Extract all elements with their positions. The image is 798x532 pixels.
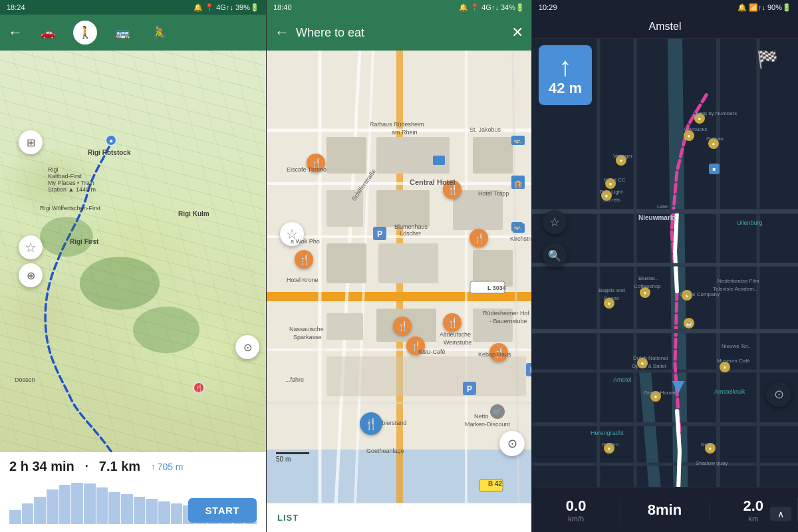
nav-street-name: Amstel (649, 21, 682, 33)
poi3-2[interactable]: ● (684, 130, 694, 141)
svg-rect-15 (473, 309, 513, 342)
food-poi-8[interactable]: 🍴 (295, 250, 313, 269)
nav-car-icon[interactable]: 🚗 (36, 21, 60, 45)
elev-bar-11 (134, 497, 146, 524)
speed-value: 0.0 (566, 497, 587, 515)
poi3-5[interactable]: ● (708, 138, 719, 149)
search-text[interactable]: Where to eat (296, 26, 505, 40)
time-3: 10:29 (539, 3, 557, 11)
food-poi-5[interactable]: 🍴 (443, 313, 462, 332)
poi3-14[interactable]: ● (705, 443, 716, 454)
svg-text:P: P (377, 229, 382, 239)
svg-rect-8 (376, 190, 430, 227)
poi3-8[interactable]: ● (682, 290, 692, 301)
svg-rect-4 (327, 137, 366, 174)
large-food-poi[interactable]: 🍴 (360, 412, 382, 435)
route-time: 2 h 34 min (9, 459, 74, 474)
elev-bar-9 (108, 492, 120, 524)
route-separator: · (85, 460, 88, 473)
back-button-1[interactable]: ← (8, 24, 23, 41)
nav-bike-icon[interactable]: 🚴 (148, 21, 172, 45)
svg-text:B 42: B 42 (488, 480, 503, 487)
food-poi-6[interactable]: 🍴 (406, 336, 425, 355)
hotel-icon-1: 🏨 (511, 179, 525, 189)
food-poi-1[interactable]: 🍴 (307, 154, 325, 172)
top-nav-1: ← 🚗 🚶 🚌 🚴 (0, 15, 266, 51)
poi3-12[interactable]: ● (650, 391, 661, 402)
start-button[interactable]: START (188, 498, 257, 523)
elev-bar-14 (171, 503, 183, 524)
eta-value: 8min (648, 501, 682, 519)
scale-label-2: 50 m (276, 456, 291, 463)
elev-bar-5 (59, 485, 71, 524)
expand-button[interactable]: ∧ (770, 507, 791, 521)
svg-text:L 3034: L 3034 (487, 285, 506, 291)
layers-button-1[interactable]: ⊞ (19, 130, 43, 154)
search-bar: ← Where to eat ✕ (267, 15, 531, 51)
map-2[interactable]: P P P L 3034 B 42 🍴 🍴 🍴 🍴 🍴 🍴 🍴 🍴 (267, 51, 531, 503)
nav-up-arrow-icon: ↑ (559, 53, 572, 80)
close-button-2[interactable]: ✕ (511, 24, 523, 41)
poi3-11[interactable]: ● (720, 362, 730, 372)
transit-icon-3: 🚌 (511, 222, 523, 231)
svg-rect-13 (327, 313, 363, 340)
elev-bar-10 (121, 494, 133, 524)
locate-button-2[interactable]: ⊙ (499, 431, 525, 456)
svg-rect-9 (453, 190, 503, 230)
poi3-blue-1[interactable]: ■ (709, 164, 720, 174)
distance-label: km (748, 515, 758, 523)
poi3-10[interactable]: ● (637, 358, 648, 368)
status-icons-2: 🔔 📍 4G↑↓ 34%🔋 (459, 3, 525, 12)
favorite-button-1[interactable]: ☆ (19, 235, 43, 259)
svg-rect-5 (376, 137, 450, 174)
map-1[interactable]: ● 🍴 🏁 ☆ ⊞ ⊕ ⊙ Rigi Rotstock Rigi Kaltbad… (0, 51, 266, 452)
search-button-3[interactable]: 🔍 (543, 243, 567, 267)
elev-bar-1 (9, 510, 21, 524)
route-info-row: 2 h 34 min · 7.1 km ↑ 705 m (9, 459, 257, 474)
nav-walk-icon[interactable]: 🚶 (73, 21, 97, 45)
back-button-2[interactable]: ← (275, 24, 289, 41)
map-3[interactable]: ↑ 42 m 🏁 ● ● ● ● ● ● ● ● ● ☕ ● ● ● ● ● ■… (532, 39, 798, 487)
favorite-button-2[interactable]: ☆ (280, 222, 304, 246)
status-bar-1: 18:24 🔔 📍 4G↑↓ 39%🔋 (0, 0, 266, 15)
svg-point-0 (80, 257, 160, 310)
poi3-4[interactable]: ● (605, 178, 616, 189)
elev-bar-13 (158, 501, 170, 525)
food-poi-2[interactable]: 🍴 (443, 180, 462, 199)
street-svg-3 (532, 39, 798, 487)
svg-rect-28 (433, 156, 445, 165)
food-poi-3[interactable]: 🍴 (469, 229, 488, 247)
food-poi-7[interactable]: 🍴 (489, 343, 508, 362)
poi3-9[interactable]: ● (604, 298, 614, 309)
panel-where-to-eat: 18:40 🔔 📍 4G↑↓ 34%🔋 ← Where to eat ✕ (266, 0, 532, 532)
nav-arrow-box: ↑ 42 m (539, 45, 592, 105)
nav-transit-icon[interactable]: 🚌 (110, 21, 134, 45)
time-stat: 8min (620, 501, 709, 519)
favorite-button-3[interactable]: ☆ (543, 210, 567, 234)
poi3-3[interactable]: ● (616, 155, 626, 166)
speed-stat: 0.0 km/h (532, 497, 620, 523)
route-elevation: ↑ 705 m (151, 462, 183, 472)
poi3-1[interactable]: ● (694, 113, 705, 124)
svg-text:P: P (467, 384, 472, 394)
poi3-13[interactable]: ● (604, 443, 614, 454)
elev-arrow-icon: ↑ (151, 462, 156, 471)
speed-label: km/h (568, 515, 584, 523)
transit-icon-1: 🚌 (511, 136, 523, 145)
locate-button-1[interactable]: ⊙ (235, 335, 259, 359)
locate-button-3[interactable]: ⊙ (766, 382, 791, 407)
route-distance: 7.1 km (99, 459, 140, 474)
svg-point-1 (40, 217, 93, 257)
poi3-6[interactable]: ● (601, 190, 612, 201)
map-background-1: ● 🍴 🏁 ☆ ⊞ ⊕ ⊙ Rigi Rotstock Rigi Kaltbad… (0, 51, 266, 452)
time-1: 18:24 (7, 3, 25, 11)
svg-point-2 (133, 307, 200, 353)
food-poi-4[interactable]: 🍴 (393, 317, 412, 335)
list-button[interactable]: LIST (277, 513, 299, 523)
elev-bar-7 (84, 483, 96, 524)
compass-button-1[interactable]: ⊕ (19, 263, 43, 287)
shop-icon-1[interactable]: 🛒 (490, 404, 505, 419)
poi3-coffee[interactable]: ☕ (684, 318, 694, 329)
poi3-7[interactable]: ● (640, 287, 650, 298)
scale-bar-2: 50 m (276, 452, 309, 463)
